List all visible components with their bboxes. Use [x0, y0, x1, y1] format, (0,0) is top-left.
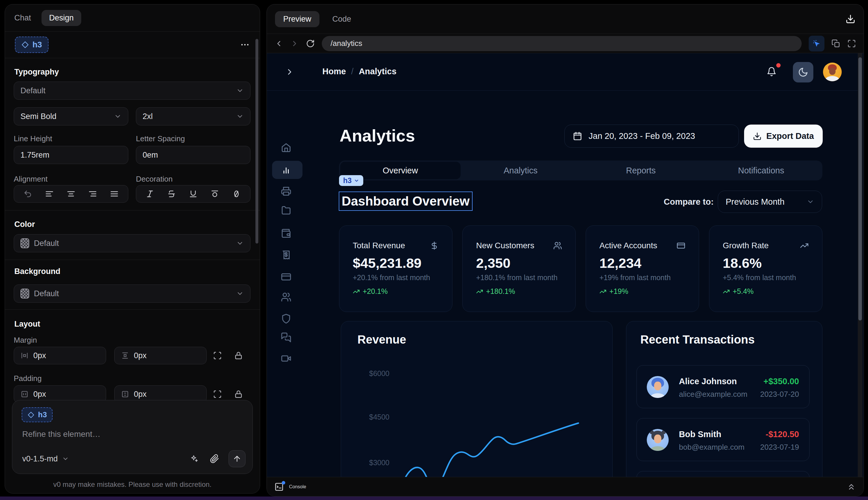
dollar-sign-icon: [430, 241, 439, 250]
tab-analytics[interactable]: Analytics: [461, 162, 581, 179]
notification-dot: [776, 63, 780, 68]
tab-reports[interactable]: Reports: [581, 162, 701, 179]
design-panel-scrollbar[interactable]: [255, 39, 258, 243]
lock-padding-icon[interactable]: [234, 390, 243, 399]
copy-icon[interactable]: [832, 39, 840, 48]
underline-icon[interactable]: [189, 190, 198, 198]
letter-spacing-input[interactable]: 0em: [136, 146, 251, 164]
chevron-down-icon: [62, 455, 69, 462]
send-button[interactable]: [229, 450, 245, 467]
stat-card-active-accounts: Active Accounts 12,234 +19% from last mo…: [586, 225, 699, 312]
forward-icon[interactable]: [290, 39, 299, 48]
breadcrumb: Home / Analytics: [322, 67, 397, 76]
margin-y-input[interactable]: 0px: [114, 347, 207, 364]
refresh-icon[interactable]: [306, 39, 315, 48]
selected-heading-outline[interactable]: Dashboard Overview: [339, 192, 473, 211]
transaction-amount: -$120.50: [766, 430, 799, 439]
margin-x-input[interactable]: 0px: [14, 347, 106, 364]
composer-element-badge[interactable]: h3: [22, 407, 53, 422]
console-bar[interactable]: Console: [267, 477, 864, 496]
transaction-row[interactable]: Bob Smith bob@example.com -$120.50 2023-…: [637, 418, 810, 461]
date-range-button[interactable]: Jan 20, 2023 - Feb 09, 2023: [564, 125, 739, 148]
align-left-icon[interactable]: [45, 190, 54, 198]
sidebar-item-home[interactable]: [280, 141, 292, 154]
user-avatar[interactable]: [823, 62, 842, 81]
terminal-icon: [275, 482, 284, 491]
sidebar-item-analytics[interactable]: [280, 163, 292, 176]
stat-card-total-revenue: Total Revenue $45,231.89 +20.1% from las…: [339, 225, 452, 312]
lock-margin-icon[interactable]: [234, 351, 243, 360]
background-select[interactable]: Default: [14, 284, 251, 303]
download-icon[interactable]: [845, 14, 855, 24]
credit-card-icon: [281, 272, 291, 282]
tab-code[interactable]: Code: [332, 15, 351, 24]
expand-margin-icon[interactable]: [213, 351, 222, 360]
compare-select[interactable]: Previous Month: [718, 191, 822, 213]
paperclip-icon[interactable]: [210, 454, 219, 464]
line-height-label: Line Height: [14, 134, 52, 143]
composer-input[interactable]: Refine this element…: [22, 430, 101, 439]
export-data-button[interactable]: Export Data: [744, 125, 823, 148]
preview-scrollbar-thumb[interactable]: [858, 57, 862, 320]
align-justify-icon[interactable]: [110, 190, 119, 198]
sidebar-item-customers[interactable]: [280, 291, 292, 304]
chevrons-up-icon[interactable]: [847, 482, 856, 491]
font-weight-select[interactable]: Semi Bold: [14, 107, 128, 125]
align-right-icon[interactable]: [88, 190, 97, 198]
inspect-cursor-icon[interactable]: [809, 36, 824, 52]
selected-element-label: h3: [33, 40, 42, 49]
decoration-label: Decoration: [136, 174, 173, 184]
sidebar-item-messages[interactable]: [280, 331, 292, 344]
swatch-checker-icon: [21, 288, 29, 298]
sidebar-item-files[interactable]: [280, 204, 292, 217]
section-title: Dashboard Overview: [342, 194, 470, 208]
divider: [5, 309, 260, 310]
sparkles-icon[interactable]: [189, 454, 199, 464]
font-family-select[interactable]: Default: [14, 82, 251, 100]
breadcrumb-home[interactable]: Home: [322, 67, 346, 76]
model-select[interactable]: v0-1.5-md: [22, 454, 69, 464]
no-decoration-icon[interactable]: [232, 190, 241, 198]
undo-icon[interactable]: [23, 190, 32, 198]
color-select[interactable]: Default: [14, 234, 251, 252]
preview-scrollbar[interactable]: [858, 53, 863, 477]
url-input[interactable]: /analytics: [322, 36, 802, 51]
sidebar-expand-icon[interactable]: [285, 67, 294, 77]
color-section-title: Color: [14, 220, 35, 229]
strikethrough-icon[interactable]: [167, 190, 176, 198]
chevron-down-icon: [114, 113, 121, 120]
receipt-icon: [281, 250, 291, 260]
sidebar-item-wallet[interactable]: [280, 227, 292, 240]
folder-icon: [281, 205, 291, 216]
tab-notifications[interactable]: Notifications: [701, 162, 822, 179]
sidebar-item-invoices[interactable]: [280, 185, 292, 198]
background-strip: [0, 497, 868, 500]
tab-design[interactable]: Design: [42, 10, 81, 26]
more-options-icon[interactable]: [240, 40, 250, 50]
recent-transactions-card: Recent Transactions Alice Johnson alice@…: [626, 321, 822, 477]
swatch-checker-icon: [21, 238, 29, 248]
selection-tag-chip[interactable]: h3: [339, 175, 363, 186]
sidebar-item-security[interactable]: [280, 312, 292, 325]
line-height-input[interactable]: 1.75rem: [14, 146, 128, 164]
tab-preview[interactable]: Preview: [275, 11, 320, 27]
breadcrumb-current: Analytics: [359, 67, 397, 76]
page-title: Analytics: [339, 126, 415, 145]
transaction-row[interactable]: Alice Johnson alice@example.com +$350.00…: [637, 365, 810, 408]
selected-element-badge[interactable]: h3: [15, 36, 48, 53]
back-icon[interactable]: [275, 39, 283, 48]
align-center-icon[interactable]: [67, 190, 76, 198]
fullscreen-icon[interactable]: [847, 39, 856, 48]
font-size-select[interactable]: 2xl: [136, 107, 251, 125]
expand-padding-icon[interactable]: [213, 390, 222, 399]
trending-up-icon: [599, 288, 606, 295]
arrow-up-icon: [233, 454, 241, 463]
bell-icon[interactable]: [767, 67, 776, 77]
tab-chat[interactable]: Chat: [14, 13, 31, 23]
sidebar-item-cards[interactable]: [280, 271, 292, 283]
overline-icon[interactable]: [210, 190, 219, 198]
italic-icon[interactable]: [146, 190, 154, 198]
sidebar-item-video[interactable]: [280, 352, 292, 365]
dark-mode-toggle[interactable]: [793, 62, 813, 82]
sidebar-item-receipts[interactable]: [280, 249, 292, 261]
